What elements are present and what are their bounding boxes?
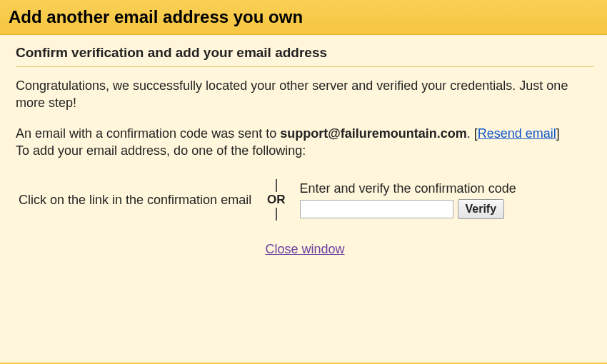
or-bar-top <box>276 179 277 192</box>
option-enter-code: Enter and verify the confirmation code V… <box>291 181 595 219</box>
confirmation-code-input[interactable] <box>300 200 453 218</box>
option-right-label: Enter and verify the confirmation code <box>300 181 595 196</box>
close-row: Close window <box>16 242 594 257</box>
or-bar-bottom <box>276 208 277 221</box>
dialog-titlebar: Add another email address you own <box>0 0 607 35</box>
sent-email: support@failuremountain.com <box>280 126 467 141</box>
close-window-link[interactable]: Close window <box>265 242 344 256</box>
verify-button[interactable]: Verify <box>458 199 505 219</box>
sent-prefix: An email with a confirmation code was se… <box>16 126 280 141</box>
or-label: OR <box>267 192 286 208</box>
sent-close-bracket: ] <box>556 126 560 141</box>
sent-suffix: . [ <box>467 126 478 141</box>
sent-info: An email with a confirmation code was se… <box>16 125 594 160</box>
subheading: Confirm verification and add your email … <box>16 45 594 61</box>
dialog-title: Add another email address you own <box>9 7 598 27</box>
resend-email-link[interactable]: Resend email <box>478 126 556 141</box>
dialog-window: Add another email address you own Confir… <box>0 0 607 364</box>
instruction-line2: To add your email address, do one of the… <box>16 143 306 158</box>
or-separator: OR <box>267 179 286 221</box>
congrats-text: Congratulations, we successfully located… <box>16 77 594 112</box>
dialog-content: Confirm verification and add your email … <box>0 35 607 364</box>
verify-row: Verify <box>300 199 595 219</box>
divider <box>16 66 594 67</box>
options-row: Click on the link in the confirmation em… <box>19 179 594 221</box>
option-click-link: Click on the link in the confirmation em… <box>19 191 267 208</box>
